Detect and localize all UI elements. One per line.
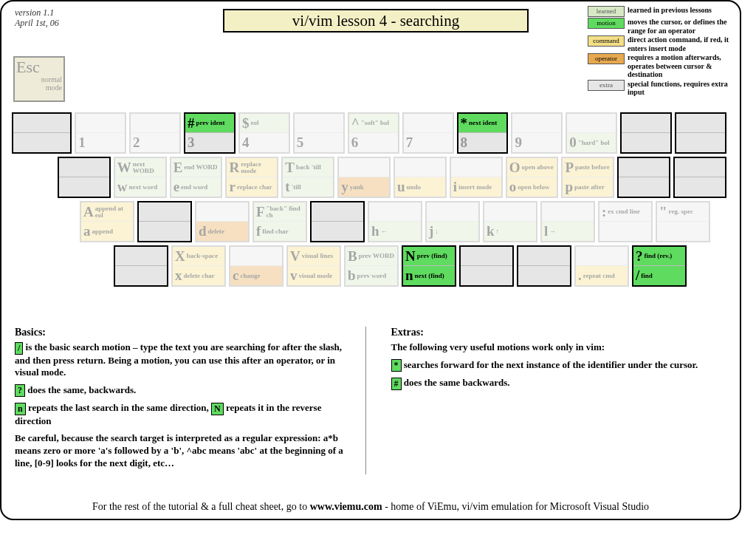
key-quote: "reg. spec xyxy=(656,201,710,242)
key-3-hash: #prev ident3 xyxy=(184,112,236,154)
key-lbracket xyxy=(617,157,670,198)
row-zxcv: Xback-spacexdelete char cchange Vvisual … xyxy=(114,245,729,287)
key-v: Vvisual linesvvisual mode xyxy=(286,245,341,287)
legend-swatch-learned: learned xyxy=(588,6,625,17)
key-n: Nprev (find)nnext (find) xyxy=(402,245,456,287)
key-z xyxy=(114,245,168,287)
extras-p3: does the same backwards. xyxy=(404,377,510,388)
esc-sub1: normal xyxy=(16,75,62,84)
extras-p2: searches forward for the next instance o… xyxy=(404,359,698,370)
key-t: Tback 'tillt'till xyxy=(281,157,334,198)
key-colon: :ex cmd line xyxy=(598,201,653,242)
key-2: 2 xyxy=(129,112,181,154)
key-r: Rreplace moderreplace char xyxy=(225,157,278,198)
legend-swatch-operator: operator xyxy=(588,53,625,64)
key-7: 7 xyxy=(402,112,454,154)
key-6-caret: ^"soft" bol6 xyxy=(348,112,399,154)
key-a: Aappend at eolaappend xyxy=(80,201,134,242)
legend: learnedlearned in previous lessons motio… xyxy=(588,6,731,98)
basics-p2: does the same, backwards. xyxy=(27,384,136,395)
key-p: Ppaste beforeppaste after xyxy=(561,157,614,198)
key-dot: .repeat cmd xyxy=(574,245,629,287)
key-0: 0"hard" bol xyxy=(566,112,617,154)
footer-link: www.viemu.com xyxy=(310,501,382,512)
key-q xyxy=(58,157,111,198)
esc-label: Esc xyxy=(16,59,62,75)
date-text: April 1st, 06 xyxy=(15,18,59,28)
key-minus xyxy=(620,112,672,154)
key-e: Eend WORDeend word xyxy=(170,157,223,198)
key-comma xyxy=(517,245,571,287)
extras-p1: The following very useful motions work o… xyxy=(391,341,727,354)
basics-p1: is the basic search motion – type the te… xyxy=(15,341,342,378)
extras-col: Extras: The following very useful motion… xyxy=(391,327,727,474)
key-u: uundo xyxy=(394,157,447,198)
legend-learned: learned in previous lessons xyxy=(628,6,731,15)
key-m xyxy=(459,245,514,287)
legend-command: direct action command, if red, it enters… xyxy=(628,35,731,52)
version-text: version 1.1 xyxy=(15,7,59,18)
key-backtick xyxy=(12,112,72,154)
key-y: yyank xyxy=(337,157,391,198)
footer-c: - home of ViEmu, vi/vim emulation for Mi… xyxy=(382,501,649,512)
key-9: 9 xyxy=(511,112,563,154)
legend-extra: special functions, requires extra input xyxy=(628,80,731,97)
row-numbers: 1 2 #prev ident3 $eol4 5 ^"soft" bol6 7 … xyxy=(12,112,729,154)
legend-operator: requires a motion afterwards, operates b… xyxy=(628,53,731,79)
page-title: vi/vim lesson 4 - searching xyxy=(223,9,529,33)
esc-sub2: mode xyxy=(16,84,62,92)
key-c: cchange xyxy=(229,245,284,287)
key-slash: ?find (rev.)/find xyxy=(632,245,687,287)
chip-q: ? xyxy=(15,384,25,397)
keyboard: 1 2 #prev ident3 $eol4 5 ^"soft" bol6 7 … xyxy=(12,112,729,290)
esc-key: Esc normal mode xyxy=(13,56,65,102)
key-d: ddelete xyxy=(195,201,250,242)
legend-swatch-motion: motion xyxy=(588,18,625,29)
row-asdf: Aappend at eolaappend ddelete F"back" fi… xyxy=(80,201,729,242)
basics-col: Basics: / is the basic search motion – t… xyxy=(15,327,366,474)
cheatsheet: version 1.1 April 1st, 06 vi/vim lesson … xyxy=(0,0,741,520)
key-x: Xback-spacexdelete char xyxy=(171,245,226,287)
basics-heading: Basics: xyxy=(15,327,351,338)
key-8-star: *next ident8 xyxy=(457,112,509,154)
key-5: 5 xyxy=(293,112,345,154)
chip-hash: # xyxy=(391,378,402,390)
extras-heading: Extras: xyxy=(391,327,727,338)
chip-slash: / xyxy=(15,342,23,355)
key-g xyxy=(310,201,365,242)
legend-swatch-extra: extra xyxy=(588,80,625,91)
key-k: k↑ xyxy=(483,201,537,242)
key-o: Oopen aboveoopen below xyxy=(506,157,559,198)
basics-p4: Be careful, because the search target is… xyxy=(15,432,351,469)
version-block: version 1.1 April 1st, 06 xyxy=(15,7,59,29)
legend-motion: moves the cursor, or defines the range f… xyxy=(628,18,731,35)
chip-N: N xyxy=(211,403,224,415)
key-i: iinsert mode xyxy=(450,157,503,198)
key-1: 1 xyxy=(75,112,126,154)
key-equal xyxy=(675,112,726,154)
key-b: Bprev WORDbprev word xyxy=(344,245,399,287)
key-f: F"back" find chffind char xyxy=(252,201,307,242)
footer: For the rest of the tutorial & a full ch… xyxy=(1,501,740,513)
key-h: h← xyxy=(368,201,422,242)
key-s xyxy=(137,201,192,242)
basics-p3a: repeats the last search in the same dire… xyxy=(28,402,209,413)
key-w: Wnext WORDwnext word xyxy=(114,157,167,198)
legend-swatch-command: command xyxy=(588,35,625,47)
row-qwerty: Wnext WORDwnext word Eend WORDeend word … xyxy=(58,157,729,198)
key-4-dollar: $eol4 xyxy=(238,112,290,154)
key-j: j↓ xyxy=(425,201,480,242)
chip-n: n xyxy=(15,403,26,415)
key-rbracket xyxy=(673,157,726,198)
text-columns: Basics: / is the basic search motion – t… xyxy=(15,327,726,474)
chip-star: * xyxy=(391,359,402,372)
footer-a: For the rest of the tutorial & a full ch… xyxy=(92,501,310,512)
key-l: l→ xyxy=(540,201,595,242)
